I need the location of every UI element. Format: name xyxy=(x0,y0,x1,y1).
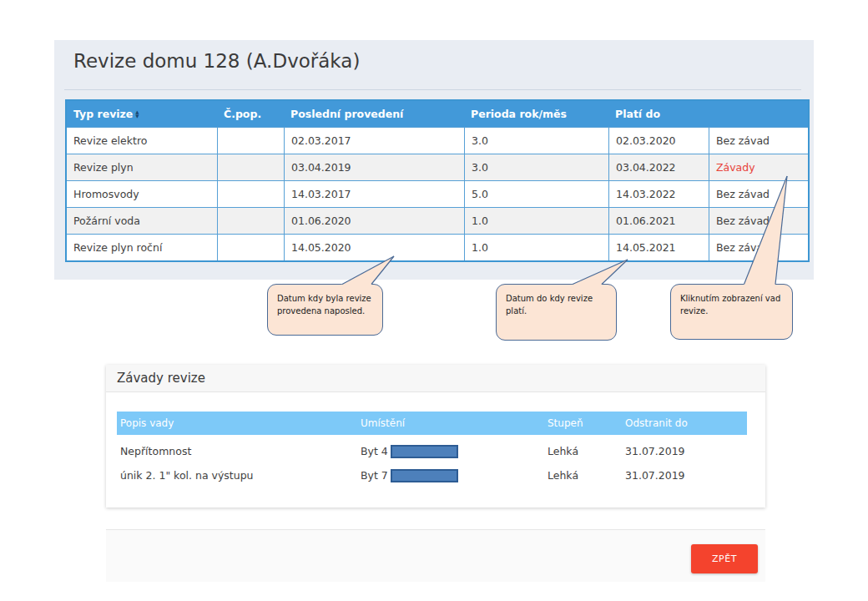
cell-posledni: 03.04.2019 xyxy=(284,154,464,180)
cell-typ: Hromosvody xyxy=(67,181,217,207)
column-header-umisteni: Umístění xyxy=(357,417,544,429)
title-divider xyxy=(64,89,801,90)
page-title: Revize domu 128 (A.Dvořáka) xyxy=(73,50,360,72)
revisions-table-header: Typ revize ▲▼ Č.pop. Poslední provedení … xyxy=(67,101,808,127)
cell-typ: Požární voda xyxy=(67,208,217,234)
cell-status[interactable]: Bez závad xyxy=(709,208,808,234)
defects-table-header: Popis vady Umístění Stupeň Odstranit do xyxy=(117,412,747,435)
cell-stupen: Lehká xyxy=(544,445,622,457)
cell-typ: Revize plyn roční xyxy=(67,235,217,260)
tooltip-last-performed: Datum kdy byla revize provedena naposled… xyxy=(267,284,383,336)
cell-status[interactable]: Bez závad xyxy=(709,235,808,260)
defects-rows: Nepřítomnost Byt 4 Lehká 31.07.2019 únik… xyxy=(117,439,747,487)
defect-row: Nepřítomnost Byt 4 Lehká 31.07.2019 xyxy=(117,439,747,463)
cell-status[interactable]: Bez závad xyxy=(709,128,808,154)
defects-header-bar: Závady revize xyxy=(106,365,765,392)
cell-plati: 03.04.2022 xyxy=(608,154,709,180)
defects-card: Závady revize Popis vady Umístění Stupeň… xyxy=(106,365,765,508)
column-header-odstranit-do: Odstranit do xyxy=(622,417,747,429)
cell-posledni: 01.06.2020 xyxy=(284,208,464,234)
cell-cpop xyxy=(217,208,284,234)
column-header-posledni-provedeni: Poslední provedení xyxy=(284,108,464,120)
table-row: Revize elektro 02.03.2017 3.0 02.03.2020… xyxy=(67,127,808,154)
cell-plati: 02.03.2020 xyxy=(608,128,709,154)
cell-popis: únik 2. 1" kol. na výstupu xyxy=(117,469,357,482)
tooltip-text: Datum do kdy revize platí. xyxy=(506,294,593,316)
cell-typ: Revize plyn xyxy=(67,154,217,180)
revisions-table: Typ revize ▲▼ Č.pop. Poslední provedení … xyxy=(65,99,810,262)
column-header-cpop: Č.pop. xyxy=(217,108,284,120)
tooltip-text: Kliknutím zobrazení vad revize. xyxy=(680,294,780,316)
cell-posledni: 14.05.2020 xyxy=(284,235,464,260)
cell-cpop xyxy=(217,128,284,154)
column-header-stupen: Stupeň xyxy=(544,417,622,429)
tooltip-show-defects: Kliknutím zobrazení vad revize. xyxy=(670,284,793,340)
cell-posledni: 14.03.2017 xyxy=(284,181,464,207)
cell-plati: 14.03.2022 xyxy=(608,181,709,207)
cell-umisteni: Byt 4 xyxy=(357,445,544,458)
column-header-popis-vady: Popis vady xyxy=(117,417,357,429)
table-row: Revize plyn 03.04.2019 3.0 03.04.2022 Zá… xyxy=(67,154,808,180)
redacted-box xyxy=(391,469,458,482)
cell-perioda: 5.0 xyxy=(464,181,608,207)
cell-plati: 01.06.2021 xyxy=(608,208,709,234)
back-button[interactable]: ZPĚT xyxy=(691,544,758,573)
cell-stupen: Lehká xyxy=(544,469,622,482)
defects-title: Závady revize xyxy=(117,371,205,386)
cell-plati: 14.05.2021 xyxy=(608,235,709,260)
cell-typ: Revize elektro xyxy=(67,128,217,154)
cell-cpop xyxy=(217,235,284,260)
table-row: Revize plyn roční 14.05.2020 1.0 14.05.2… xyxy=(67,234,808,260)
page: Revize domu 128 (A.Dvořáka) Typ revize ▲… xyxy=(0,0,868,601)
cell-perioda: 1.0 xyxy=(464,235,608,260)
tooltip-valid-until: Datum do kdy revize platí. xyxy=(496,284,617,341)
cell-odstranit: 31.07.2019 xyxy=(622,469,747,482)
cell-umisteni: Byt 7 xyxy=(357,469,544,482)
defects-table: Popis vady Umístění Stupeň Odstranit do … xyxy=(117,412,747,487)
defects-modal: Závady revize Popis vady Umístění Stupeň… xyxy=(106,365,765,582)
column-header-typ-revize[interactable]: Typ revize ▲▼ xyxy=(67,108,217,120)
revisions-panel: Revize domu 128 (A.Dvořáka) Typ revize ▲… xyxy=(54,40,814,280)
cell-perioda: 3.0 xyxy=(464,128,608,154)
table-row: Požární voda 01.06.2020 1.0 01.06.2021 B… xyxy=(67,207,808,234)
column-header-perioda: Perioda rok/měs xyxy=(464,108,608,120)
cell-odstranit: 31.07.2019 xyxy=(622,445,747,457)
cell-status-zavady[interactable]: Závady xyxy=(709,154,808,180)
cell-cpop xyxy=(217,154,284,180)
column-header-plati-do: Platí do xyxy=(608,108,709,120)
cell-posledni: 02.03.2017 xyxy=(284,128,464,154)
defect-row: únik 2. 1" kol. na výstupu Byt 7 Lehká 3… xyxy=(117,463,747,487)
cell-perioda: 1.0 xyxy=(464,208,608,234)
tooltip-text: Datum kdy byla revize provedena naposled… xyxy=(277,294,371,316)
table-row: Hromosvody 14.03.2017 5.0 14.03.2022 Bez… xyxy=(67,180,808,207)
cell-status[interactable]: Bez závad xyxy=(709,181,808,207)
modal-footer: ZPĚT xyxy=(106,530,765,582)
cell-cpop xyxy=(217,181,284,207)
sort-arrows-icon: ▲▼ xyxy=(135,110,139,118)
cell-perioda: 3.0 xyxy=(464,154,608,180)
cell-popis: Nepřítomnost xyxy=(117,445,357,457)
redacted-box xyxy=(391,445,458,458)
